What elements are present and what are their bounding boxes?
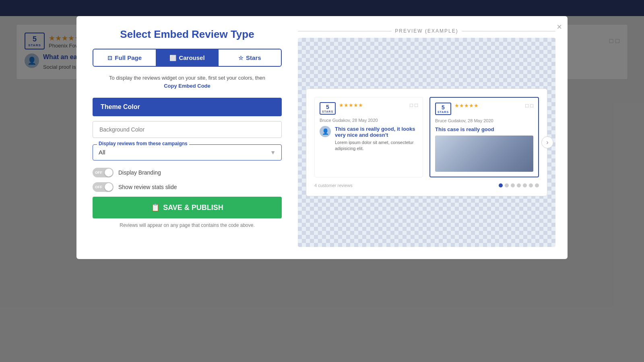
carousel-count: 4 customer reviews — [314, 183, 353, 188]
display-branding-row: OFF Display Branding — [93, 168, 282, 177]
toggle-off-label-2: OFF — [93, 185, 103, 189]
preview-label: PREVIEW (EXAMPLE) — [298, 28, 555, 34]
card1-title: This case is really good, it looks very … — [335, 126, 418, 138]
tab-carousel[interactable]: ⬜ Carousel — [156, 49, 218, 66]
modal: × Select Embed Review Type ⊡ Full Page ⬜… — [76, 16, 568, 259]
close-button[interactable]: × — [557, 22, 562, 32]
card2-stars-row: ★★★★★ — [454, 103, 525, 109]
toggle-knob — [105, 169, 113, 177]
carousel-card-2: 5 STARS ★★★★★ □ □ Bruce Gudakov, 28 May … — [429, 97, 539, 177]
modal-title: Select Embed Review Type — [93, 28, 282, 41]
theme-color-button[interactable]: Theme Color — [93, 98, 282, 116]
dot-2[interactable] — [505, 183, 509, 187]
dot-5[interactable] — [523, 183, 527, 187]
tab-carousel-label: Carousel — [179, 54, 204, 61]
full-page-icon: ⊡ — [107, 55, 112, 61]
carousel-cards: 5 STARS ★★★★★ □ □ Bruce Gudakov, 28 May … — [314, 97, 539, 177]
tab-full-page[interactable]: ⊡ Full Page — [93, 49, 156, 66]
save-note: Reviews will appear on any page that con… — [93, 222, 282, 228]
card2-image — [435, 136, 533, 172]
campaign-select[interactable]: All — [99, 149, 276, 156]
card1-stars-num: 5 — [326, 104, 329, 110]
dot-3[interactable] — [511, 183, 515, 187]
card2-title: This case is really good — [435, 126, 533, 132]
display-branding-toggle[interactable]: OFF — [93, 168, 114, 177]
display-branding-label: Display Branding — [118, 169, 161, 176]
save-label: SAVE & PUBLISH — [163, 204, 223, 212]
tab-stars[interactable]: ☆ Stars — [219, 49, 281, 66]
embed-type-tabs: ⊡ Full Page ⬜ Carousel ☆ Stars — [93, 49, 282, 67]
card1-social-icons: □ □ — [410, 102, 418, 108]
card2-stars-num: 5 — [442, 104, 445, 111]
dot-1[interactable] — [499, 183, 503, 187]
show-review-stats-row: OFF Show review stats slide — [93, 182, 282, 192]
description-text: To display the reviews widget on your si… — [93, 74, 282, 90]
card2-stars-label: STARS — [438, 111, 449, 113]
preview-area: 5 STARS ★★★★★ □ □ Bruce Gudakov, 28 May … — [298, 38, 555, 247]
card1-share-icon: □ — [415, 102, 418, 108]
campaign-field-label: Display reviews from these campaigns — [97, 141, 189, 146]
card2-fb-icon: □ — [525, 103, 528, 109]
background-color-input[interactable] — [93, 121, 282, 138]
card1-reviewer: Bruce Gudakov, 28 May 2020 — [320, 118, 418, 123]
left-panel: Select Embed Review Type ⊡ Full Page ⬜ C… — [93, 28, 282, 247]
card2-social-icons: □ □ — [525, 103, 533, 109]
save-publish-button[interactable]: 📋 SAVE & PUBLISH — [93, 197, 282, 218]
dot-6[interactable] — [529, 183, 533, 187]
dot-7[interactable] — [535, 183, 539, 187]
show-review-stats-toggle[interactable]: OFF — [93, 182, 114, 192]
save-icon: 📋 — [151, 203, 160, 212]
copy-embed-link[interactable]: Copy Embed Code — [164, 83, 211, 89]
carousel-icon: ⬜ — [169, 55, 176, 61]
carousel-widget: 5 STARS ★★★★★ □ □ Bruce Gudakov, 28 May … — [306, 88, 547, 196]
card2-image-bg — [435, 136, 533, 172]
right-panel: PREVIEW (EXAMPLE) 5 STARS ★★★★★ — [298, 28, 555, 247]
carousel-footer: 4 customer reviews — [314, 183, 539, 188]
card1-stars-badge: 5 STARS — [320, 102, 336, 115]
toggle-off-label: OFF — [93, 171, 103, 175]
card2-stars-badge: 5 STARS — [435, 103, 451, 115]
card1-avatar: 👤 — [320, 126, 331, 137]
show-review-stats-label: Show review stats slide — [118, 184, 177, 190]
carousel-card-1: 5 STARS ★★★★★ □ □ Bruce Gudakov, 28 May … — [314, 97, 423, 177]
dot-4[interactable] — [517, 183, 521, 187]
card1-stars-label: STARS — [322, 110, 333, 113]
carousel-dots — [499, 183, 539, 187]
card1-fb-icon: □ — [410, 102, 413, 108]
card1-body: 👤 This case is really good, it looks ver… — [320, 126, 418, 152]
card1-text: Lorem ipsum dolor sit amet, consectetur … — [335, 140, 418, 152]
stars-icon: ☆ — [238, 55, 244, 61]
card2-share-icon: □ — [530, 103, 533, 109]
carousel-next-arrow[interactable]: › — [541, 136, 553, 148]
tab-stars-label: Stars — [246, 54, 261, 61]
tab-full-page-label: Full Page — [115, 54, 142, 61]
toggle-knob-2 — [105, 183, 113, 191]
card2-reviewer: Bruce Gudakov, 28 May 2020 — [435, 118, 533, 123]
campaign-group: Display reviews from these campaigns All… — [93, 144, 282, 160]
card1-stars-row: ★★★★★ — [339, 102, 410, 108]
